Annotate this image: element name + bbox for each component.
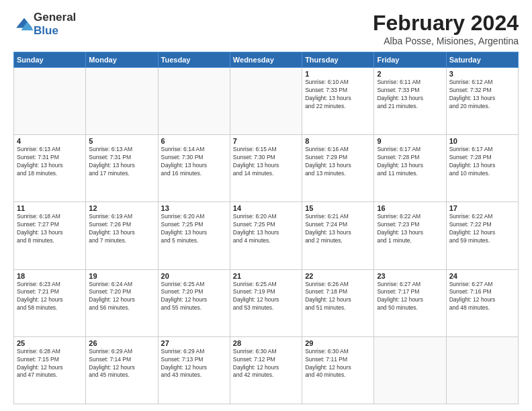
day-info: Sunrise: 6:25 AM Sunset: 7:19 PM Dayligh… (233, 281, 299, 313)
day-number: 1 (305, 70, 371, 78)
calendar-cell: 29Sunrise: 6:30 AM Sunset: 7:11 PM Dayli… (302, 336, 374, 404)
calendar-cell (230, 68, 302, 135)
day-info: Sunrise: 6:10 AM Sunset: 7:33 PM Dayligh… (305, 79, 371, 111)
calendar-cell: 22Sunrise: 6:26 AM Sunset: 7:18 PM Dayli… (302, 269, 374, 336)
day-number: 8 (305, 137, 371, 145)
calendar-cell: 17Sunrise: 6:22 AM Sunset: 7:22 PM Dayli… (446, 202, 518, 269)
day-number: 11 (17, 204, 83, 212)
day-info: Sunrise: 6:22 AM Sunset: 7:23 PM Dayligh… (377, 213, 443, 245)
day-number: 20 (161, 272, 227, 280)
day-info: Sunrise: 6:30 AM Sunset: 7:11 PM Dayligh… (305, 348, 371, 380)
calendar-cell (86, 68, 158, 135)
weekday-header-row: SundayMondayTuesdayWednesdayThursdayFrid… (14, 52, 519, 68)
day-info: Sunrise: 6:13 AM Sunset: 7:31 PM Dayligh… (89, 146, 154, 178)
location-title: Alba Posse, Misiones, Argentina (373, 36, 519, 46)
calendar-cell: 10Sunrise: 6:17 AM Sunset: 7:28 PM Dayli… (446, 135, 518, 202)
day-info: Sunrise: 6:27 AM Sunset: 7:17 PM Dayligh… (377, 281, 443, 313)
day-info: Sunrise: 6:29 AM Sunset: 7:13 PM Dayligh… (161, 348, 227, 380)
calendar-cell: 7Sunrise: 6:15 AM Sunset: 7:30 PM Daylig… (230, 135, 302, 202)
logo: General Blue (13, 11, 76, 38)
day-number: 7 (233, 137, 299, 145)
calendar-cell: 15Sunrise: 6:21 AM Sunset: 7:24 PM Dayli… (302, 202, 374, 269)
calendar-cell: 25Sunrise: 6:28 AM Sunset: 7:15 PM Dayli… (14, 336, 86, 404)
day-info: Sunrise: 6:13 AM Sunset: 7:31 PM Dayligh… (17, 146, 83, 178)
day-info: Sunrise: 6:24 AM Sunset: 7:20 PM Dayligh… (89, 281, 154, 313)
calendar-cell: 28Sunrise: 6:30 AM Sunset: 7:12 PM Dayli… (230, 336, 302, 404)
calendar-cell (446, 336, 518, 404)
weekday-header-friday: Friday (374, 52, 446, 68)
calendar-cell: 27Sunrise: 6:29 AM Sunset: 7:13 PM Dayli… (158, 336, 230, 404)
weekday-header-tuesday: Tuesday (158, 52, 230, 68)
week-row-5: 25Sunrise: 6:28 AM Sunset: 7:15 PM Dayli… (14, 336, 519, 404)
weekday-header-wednesday: Wednesday (230, 52, 302, 68)
calendar-cell: 19Sunrise: 6:24 AM Sunset: 7:20 PM Dayli… (86, 269, 158, 336)
day-number: 13 (161, 204, 227, 212)
weekday-header-thursday: Thursday (302, 52, 374, 68)
calendar-cell: 18Sunrise: 6:23 AM Sunset: 7:21 PM Dayli… (14, 269, 86, 336)
day-number: 23 (377, 272, 443, 280)
day-number: 12 (89, 204, 154, 212)
day-info: Sunrise: 6:16 AM Sunset: 7:29 PM Dayligh… (305, 146, 371, 178)
day-info: Sunrise: 6:27 AM Sunset: 7:16 PM Dayligh… (449, 281, 515, 313)
calendar-cell: 1Sunrise: 6:10 AM Sunset: 7:33 PM Daylig… (302, 68, 374, 135)
day-info: Sunrise: 6:14 AM Sunset: 7:30 PM Dayligh… (161, 146, 227, 178)
day-number: 14 (233, 204, 299, 212)
day-number: 26 (89, 339, 154, 347)
day-info: Sunrise: 6:17 AM Sunset: 7:28 PM Dayligh… (377, 146, 443, 178)
calendar-cell: 16Sunrise: 6:22 AM Sunset: 7:23 PM Dayli… (374, 202, 446, 269)
calendar-cell: 20Sunrise: 6:25 AM Sunset: 7:20 PM Dayli… (158, 269, 230, 336)
day-info: Sunrise: 6:15 AM Sunset: 7:30 PM Dayligh… (233, 146, 299, 178)
calendar-cell: 3Sunrise: 6:12 AM Sunset: 7:32 PM Daylig… (446, 68, 518, 135)
day-number: 29 (305, 339, 371, 347)
calendar-cell: 23Sunrise: 6:27 AM Sunset: 7:17 PM Dayli… (374, 269, 446, 336)
calendar-cell: 11Sunrise: 6:18 AM Sunset: 7:27 PM Dayli… (14, 202, 86, 269)
day-info: Sunrise: 6:11 AM Sunset: 7:33 PM Dayligh… (377, 79, 443, 111)
day-number: 4 (17, 137, 83, 145)
day-info: Sunrise: 6:25 AM Sunset: 7:20 PM Dayligh… (161, 281, 227, 313)
day-info: Sunrise: 6:23 AM Sunset: 7:21 PM Dayligh… (17, 281, 83, 313)
day-number: 27 (161, 339, 227, 347)
calendar-cell (158, 68, 230, 135)
day-number: 25 (17, 339, 83, 347)
calendar-cell: 9Sunrise: 6:17 AM Sunset: 7:28 PM Daylig… (374, 135, 446, 202)
calendar-cell: 21Sunrise: 6:25 AM Sunset: 7:19 PM Dayli… (230, 269, 302, 336)
calendar-cell: 26Sunrise: 6:29 AM Sunset: 7:14 PM Dayli… (86, 336, 158, 404)
header: General Blue February 2024 Alba Posse, M… (13, 11, 519, 46)
calendar-cell (14, 68, 86, 135)
day-number: 3 (449, 70, 515, 78)
weekday-header-monday: Monday (86, 52, 158, 68)
day-number: 21 (233, 272, 299, 280)
week-row-2: 4Sunrise: 6:13 AM Sunset: 7:31 PM Daylig… (14, 135, 519, 202)
day-info: Sunrise: 6:20 AM Sunset: 7:25 PM Dayligh… (233, 213, 299, 245)
logo-general: General (34, 11, 76, 24)
day-number: 19 (89, 272, 154, 280)
week-row-3: 11Sunrise: 6:18 AM Sunset: 7:27 PM Dayli… (14, 202, 519, 269)
week-row-4: 18Sunrise: 6:23 AM Sunset: 7:21 PM Dayli… (14, 269, 519, 336)
weekday-header-sunday: Sunday (14, 52, 86, 68)
calendar-table: SundayMondayTuesdayWednesdayThursdayFrid… (13, 52, 519, 404)
title-block: February 2024 Alba Posse, Misiones, Arge… (373, 11, 519, 46)
day-number: 24 (449, 272, 515, 280)
day-info: Sunrise: 6:17 AM Sunset: 7:28 PM Dayligh… (449, 146, 515, 178)
page: General Blue February 2024 Alba Posse, M… (0, 0, 532, 411)
day-info: Sunrise: 6:20 AM Sunset: 7:25 PM Dayligh… (161, 213, 227, 245)
day-number: 28 (233, 339, 299, 347)
day-number: 9 (377, 137, 443, 145)
day-info: Sunrise: 6:22 AM Sunset: 7:22 PM Dayligh… (449, 213, 515, 245)
day-number: 15 (305, 204, 371, 212)
day-number: 18 (17, 272, 83, 280)
day-info: Sunrise: 6:30 AM Sunset: 7:12 PM Dayligh… (233, 348, 299, 380)
calendar-cell: 12Sunrise: 6:19 AM Sunset: 7:26 PM Dayli… (86, 202, 158, 269)
calendar-cell: 13Sunrise: 6:20 AM Sunset: 7:25 PM Dayli… (158, 202, 230, 269)
day-number: 6 (161, 137, 227, 145)
day-number: 5 (89, 137, 154, 145)
month-title: February 2024 (373, 11, 519, 36)
day-info: Sunrise: 6:19 AM Sunset: 7:26 PM Dayligh… (89, 213, 154, 245)
day-number: 2 (377, 70, 443, 78)
week-row-1: 1Sunrise: 6:10 AM Sunset: 7:33 PM Daylig… (14, 68, 519, 135)
calendar-cell: 4Sunrise: 6:13 AM Sunset: 7:31 PM Daylig… (14, 135, 86, 202)
weekday-header-saturday: Saturday (446, 52, 518, 68)
day-number: 22 (305, 272, 371, 280)
day-info: Sunrise: 6:29 AM Sunset: 7:14 PM Dayligh… (89, 348, 154, 380)
day-info: Sunrise: 6:21 AM Sunset: 7:24 PM Dayligh… (305, 213, 371, 245)
